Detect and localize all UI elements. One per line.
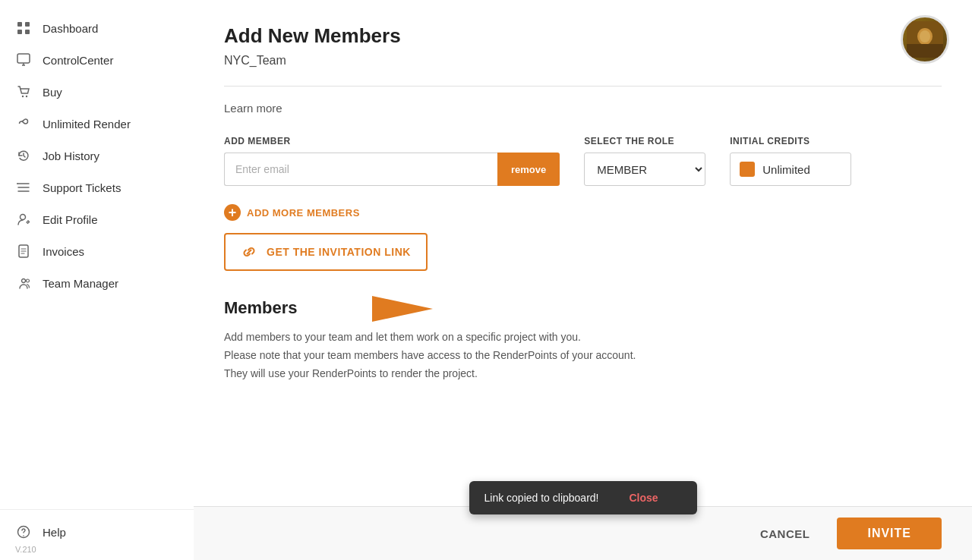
sidebar-item-label: Invoices — [43, 245, 84, 258]
arrow-icon — [368, 288, 437, 330]
email-field-wrapper: remove — [224, 153, 560, 186]
add-more-icon: + — [224, 204, 241, 221]
svg-rect-4 — [17, 54, 30, 63]
sidebar-item-label: Support Tickets — [43, 181, 121, 194]
sidebar-item-label: Job History — [43, 149, 99, 162]
cart-icon — [15, 83, 32, 100]
sidebar-item-team-manager[interactable]: Team Manager — [0, 267, 194, 299]
team-name: NYC_Team — [224, 54, 942, 68]
svg-point-19 — [27, 279, 30, 282]
sidebar-item-label: Team Manager — [43, 277, 118, 290]
svg-marker-27 — [372, 296, 433, 322]
members-section: Members Add members to your team and let… — [224, 298, 942, 382]
sidebar-item-invoices[interactable]: Invoices — [0, 235, 194, 267]
sidebar-item-label: Help — [43, 526, 66, 539]
svg-rect-2 — [17, 30, 22, 34]
invoice-icon — [15, 243, 32, 260]
avatar — [901, 15, 949, 64]
add-more-row[interactable]: + ADD MORE MEMBERS — [224, 204, 942, 221]
invite-button[interactable]: INVITE — [837, 518, 942, 549]
invitation-link-label: GET THE INVITATION LINK — [267, 246, 411, 258]
monitor-icon — [15, 52, 32, 68]
initial-credits-group: INITIAL CREDITS Unlimited — [730, 136, 851, 186]
help-icon — [15, 524, 32, 540]
sidebar-help-section: Help — [0, 509, 194, 548]
members-title: Members — [224, 298, 942, 318]
divider — [224, 86, 942, 87]
credits-text: Unlimited — [762, 163, 810, 176]
arrow-container — [368, 288, 437, 330]
svg-point-26 — [920, 30, 930, 42]
history-icon — [15, 147, 32, 164]
svg-rect-0 — [17, 22, 22, 27]
sidebar-item-label: Buy — [43, 86, 62, 99]
version-label: V.210 — [15, 545, 36, 554]
main-content: Add New Members NYC_Team Learn more ADD … — [194, 0, 972, 560]
learn-more-link[interactable]: Learn more — [224, 102, 942, 115]
svg-rect-25 — [907, 44, 943, 58]
grid-icon — [15, 20, 32, 36]
members-description: Add members to your team and let them wo… — [224, 329, 942, 382]
sidebar: Dashboard ControlCenter Buy Unli — [0, 0, 194, 560]
sidebar-item-job-history[interactable]: Job History — [0, 140, 194, 171]
toast-close-button[interactable]: Close — [630, 492, 658, 504]
select-role-group: SELECT THE ROLE MEMBER ADMIN VIEWER — [584, 136, 705, 186]
members-desc-line3: They will use your RenderPoints to rende… — [224, 367, 478, 379]
credits-dot — [740, 162, 755, 177]
sidebar-item-edit-profile[interactable]: Edit Profile — [0, 203, 194, 235]
sidebar-item-controlcenter[interactable]: ControlCenter — [0, 44, 194, 76]
bottom-bar: Link copied to clipboard! Close CANCEL I… — [194, 506, 972, 560]
svg-rect-3 — [25, 30, 30, 34]
sidebar-item-buy[interactable]: Buy — [0, 76, 194, 108]
email-input[interactable] — [224, 153, 497, 186]
svg-point-8 — [26, 96, 27, 97]
infinity-icon — [15, 115, 32, 132]
toast-notification: Link copied to clipboard! Close — [469, 481, 697, 514]
sidebar-item-support-tickets[interactable]: Support Tickets — [0, 171, 194, 203]
page-title: Add New Members — [224, 24, 942, 48]
user-edit-icon — [15, 211, 32, 228]
add-member-label: ADD MEMBER — [224, 136, 560, 146]
link-chain-icon — [241, 244, 257, 260]
members-desc-line2: Please note that your team members have … — [224, 349, 636, 361]
svg-rect-1 — [25, 22, 30, 27]
avatar-container — [901, 15, 949, 64]
form-row: ADD MEMBER remove SELECT THE ROLE MEMBER… — [224, 136, 942, 186]
toast-message: Link copied to clipboard! — [484, 492, 599, 504]
svg-point-7 — [22, 96, 24, 97]
sidebar-item-label: ControlCenter — [43, 54, 113, 67]
sidebar-item-label: Edit Profile — [43, 213, 98, 226]
svg-point-18 — [22, 279, 26, 283]
sidebar-item-label: Dashboard — [43, 22, 98, 35]
svg-point-13 — [21, 215, 26, 220]
sidebar-item-dashboard[interactable]: Dashboard — [0, 12, 194, 44]
sidebar-item-unlimited-render[interactable]: Unlimited Render — [0, 108, 194, 140]
cancel-button[interactable]: CANCEL — [748, 520, 822, 548]
invitation-link-button[interactable]: GET THE INVITATION LINK — [224, 233, 428, 271]
add-member-group: ADD MEMBER remove — [224, 136, 560, 186]
select-role-label: SELECT THE ROLE — [584, 136, 705, 146]
team-icon — [15, 275, 32, 291]
members-desc-line1: Add members to your team and let them wo… — [224, 331, 581, 343]
sidebar-item-help[interactable]: Help — [0, 516, 194, 548]
list-icon — [15, 179, 32, 196]
remove-button[interactable]: remove — [497, 153, 560, 186]
content-area: Add New Members NYC_Team Learn more ADD … — [194, 0, 972, 506]
credits-display: Unlimited — [730, 153, 851, 186]
add-more-label: ADD MORE MEMBERS — [247, 207, 360, 219]
sidebar-item-label: Unlimited Render — [43, 118, 131, 131]
role-select[interactable]: MEMBER ADMIN VIEWER — [584, 153, 705, 186]
initial-credits-label: INITIAL CREDITS — [730, 136, 851, 146]
svg-point-21 — [23, 535, 24, 536]
